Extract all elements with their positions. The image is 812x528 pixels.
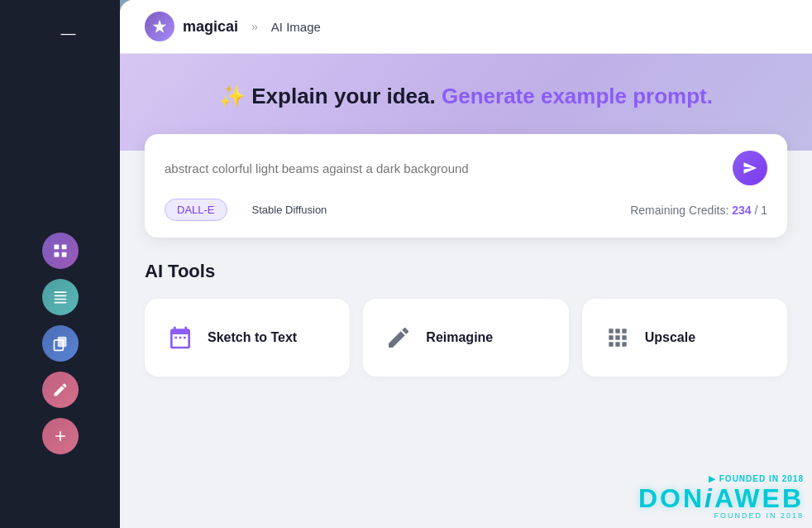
tool-card-reimagine[interactable]: Reimagine: [363, 299, 568, 377]
tools-grid: Sketch to Text Reimagine Upscale: [145, 299, 787, 377]
sidebar-nav: [42, 233, 79, 454]
hero-wand-icon: ✨: [219, 84, 246, 108]
svg-rect-3: [61, 252, 66, 257]
watermark-top: ▶ FOUNDED IN 2018: [638, 474, 804, 483]
svg-rect-1: [61, 245, 66, 250]
sidebar-item-list[interactable]: [42, 279, 79, 315]
header: magicai » AI Image: [120, 0, 812, 54]
credits-sep: / 1: [754, 204, 767, 217]
reimagine-icon: [383, 322, 414, 353]
search-button[interactable]: [733, 151, 767, 185]
logo-text: magicai: [183, 18, 238, 36]
tool-card-upscale[interactable]: Upscale: [582, 299, 787, 377]
svg-rect-5: [54, 295, 66, 297]
logo-icon: [145, 12, 174, 41]
credits-display: Remaining Credits: 234 / 1: [630, 204, 767, 217]
breadcrumb-separator: »: [251, 20, 258, 33]
search-container: DALL-E Stable Diffusion Remaining Credit…: [145, 134, 787, 238]
svg-rect-2: [54, 252, 59, 257]
upscale-label: Upscale: [645, 330, 695, 345]
tool-card-sketch-to-text[interactable]: Sketch to Text: [145, 299, 350, 377]
reimagine-label: Reimagine: [426, 330, 493, 345]
ai-tools-section: AI Tools Sketch to Text Reimagine: [120, 238, 812, 400]
watermark-main: DONiAWEB: [638, 485, 804, 511]
hero-title-accent: Generate example prompt.: [442, 84, 713, 108]
hero-title: ✨ Explain your idea. Generate example pr…: [153, 84, 779, 109]
watermark: ▶ FOUNDED IN 2018 DONiAWEB FOUNDED IN 20…: [638, 474, 804, 520]
hero-title-bold: Explain your idea.: [251, 84, 436, 108]
upscale-icon: [602, 322, 633, 353]
model-row: DALL-E Stable Diffusion Remaining Credit…: [165, 199, 767, 221]
sidebar-item-add[interactable]: [42, 418, 79, 454]
search-input[interactable]: [165, 161, 723, 175]
sidebar-item-copy[interactable]: [42, 325, 79, 362]
svg-rect-6: [54, 299, 66, 300]
sidebar: —: [0, 0, 120, 528]
sketch-to-text-label: Sketch to Text: [208, 330, 297, 345]
stable-diffusion-tag[interactable]: Stable Diffusion: [241, 199, 339, 220]
sidebar-item-edit[interactable]: [42, 372, 79, 408]
svg-rect-4: [54, 291, 66, 293]
section-title: AI Tools: [145, 261, 787, 282]
credits-count: 234: [732, 204, 751, 217]
search-row: [165, 151, 767, 185]
svg-rect-7: [54, 302, 66, 304]
sidebar-top: —: [45, 25, 76, 84]
main-content: magicai » AI Image ✨ Explain your idea. …: [120, 0, 812, 528]
svg-rect-8: [57, 337, 66, 348]
credits-label: Remaining Credits:: [630, 204, 728, 217]
sidebar-item-grid[interactable]: [42, 233, 79, 269]
svg-rect-0: [54, 245, 59, 250]
sketch-to-text-icon: [165, 322, 196, 353]
menu-icon[interactable]: —: [61, 25, 76, 42]
breadcrumb-page: AI Image: [271, 20, 321, 34]
dalle-tag[interactable]: DALL-E: [165, 199, 227, 221]
